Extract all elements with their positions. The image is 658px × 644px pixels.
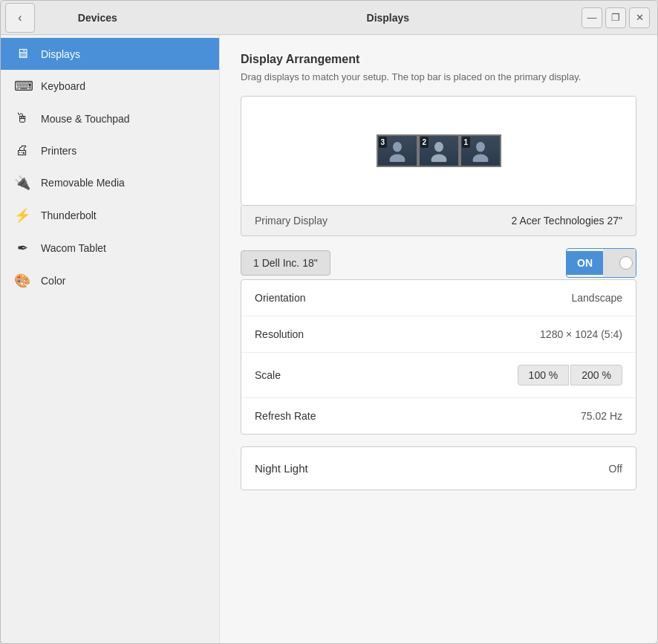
night-light-label: Night Light [255,462,308,475]
display-thumb-1-label: 1 [462,137,471,148]
primary-display-label: Primary Display [255,215,328,227]
display-arrangement-box: 3 2 [241,96,636,206]
display-toggle[interactable]: ON [566,248,636,278]
minimize-icon: — [587,12,597,23]
section-desc: Drag displays to match your setup. The t… [241,71,636,84]
orientation-value: Landscape [571,292,622,304]
toggle-track [603,249,636,277]
devices-title: Devices [1,12,195,24]
settings-card: Orientation Landscape Resolution 1280 × … [241,279,636,435]
scale-label: Scale [255,369,281,381]
sidebar-item-displays-label: Displays [41,48,80,60]
color-icon: 🎨 [14,273,30,289]
display-thumb-1[interactable]: 1 [460,134,501,167]
sidebar-item-removable-label: Removable Media [41,177,125,189]
wacom-icon: ✒ [14,240,30,256]
sidebar-item-wacom[interactable]: ✒ Wacom Tablet [1,232,219,264]
display-selector-row: 1 Dell Inc. 18" ON [241,248,636,278]
resolution-label: Resolution [255,328,304,340]
svg-point-3 [431,155,446,163]
window-title: Displays [195,12,582,24]
titlebar: ‹ Devices Displays — ❐ ✕ [1,1,657,35]
devices-label: Devices [78,12,117,24]
sidebar-item-color-label: Color [41,275,65,287]
resolution-value: 1280 × 1024 (5:4) [540,328,622,340]
svg-point-0 [393,142,402,152]
sidebar: 🖥 Displays ⌨ Keyboard 🖱 Mouse & Touchpad… [1,35,220,643]
sidebar-item-removable[interactable]: 🔌 Removable Media [1,166,219,199]
selected-display-button[interactable]: 1 Dell Inc. 18" [241,250,330,276]
main-content: Display Arrangement Drag displays to mat… [220,35,657,643]
display-thumb-2-label: 2 [420,137,429,148]
sidebar-item-thunderbolt[interactable]: ⚡ Thunderbolt [1,199,219,232]
resolution-row: Resolution 1280 × 1024 (5:4) [241,316,636,353]
sidebar-item-printers[interactable]: 🖨 Printers [1,134,219,166]
scale-row: Scale 100 % 200 % [241,353,636,398]
sidebar-item-keyboard-label: Keyboard [41,80,85,92]
restore-button[interactable]: ❐ [605,7,626,28]
svg-point-2 [434,142,443,152]
display-thumb-3[interactable]: 3 [377,134,418,167]
scale-200-button[interactable]: 200 % [570,365,622,386]
sidebar-item-thunderbolt-label: Thunderbolt [41,209,97,221]
sidebar-item-color[interactable]: 🎨 Color [1,264,219,297]
sidebar-item-mouse[interactable]: 🖱 Mouse & Touchpad [1,103,219,134]
primary-display-value: 2 Acer Technologies 27" [512,215,622,227]
sidebar-item-mouse-label: Mouse & Touchpad [41,113,130,125]
mouse-icon: 🖱 [14,111,30,126]
removable-icon: 🔌 [14,175,30,191]
scale-buttons: 100 % 200 % [518,365,622,386]
close-icon: ✕ [636,12,644,23]
close-button[interactable]: ✕ [629,7,650,28]
keyboard-icon: ⌨ [14,78,30,94]
toggle-on-label: ON [567,251,603,275]
printers-icon: 🖨 [14,143,30,158]
refresh-label: Refresh Rate [255,410,316,422]
section-title: Display Arrangement [241,53,636,66]
content-area: 🖥 Displays ⌨ Keyboard 🖱 Mouse & Touchpad… [1,35,657,643]
night-light-row: Night Light Off [241,447,636,489]
night-light-value: Off [609,463,622,475]
refresh-row: Refresh Rate 75.02 Hz [241,398,636,434]
sidebar-item-keyboard[interactable]: ⌨ Keyboard [1,70,219,103]
refresh-value: 75.02 Hz [581,410,622,422]
main-window: ‹ Devices Displays — ❐ ✕ 🖥 Displays [0,0,658,644]
sidebar-item-printers-label: Printers [41,145,76,157]
primary-display-row: Primary Display 2 Acer Technologies 27" [241,206,636,236]
svg-point-5 [472,155,488,163]
orientation-row: Orientation Landscape [241,280,636,316]
svg-point-4 [476,142,485,152]
restore-icon: ❐ [611,12,620,23]
scale-100-button[interactable]: 100 % [518,365,570,386]
display-thumb-3-label: 3 [379,137,388,148]
display-thumb-2[interactable]: 2 [418,134,460,167]
thunderbolt-icon: ⚡ [14,207,30,224]
sidebar-item-displays[interactable]: 🖥 Displays [1,38,219,70]
svg-point-1 [389,155,405,163]
minimize-button[interactable]: — [582,7,602,28]
toggle-knob [619,256,633,270]
displays-icon: 🖥 [14,46,30,62]
window-controls: — ❐ ✕ [582,7,650,28]
orientation-label: Orientation [255,292,305,304]
night-light-card[interactable]: Night Light Off [241,446,636,490]
sidebar-item-wacom-label: Wacom Tablet [41,242,106,254]
display-thumbnails: 3 2 [377,134,501,167]
